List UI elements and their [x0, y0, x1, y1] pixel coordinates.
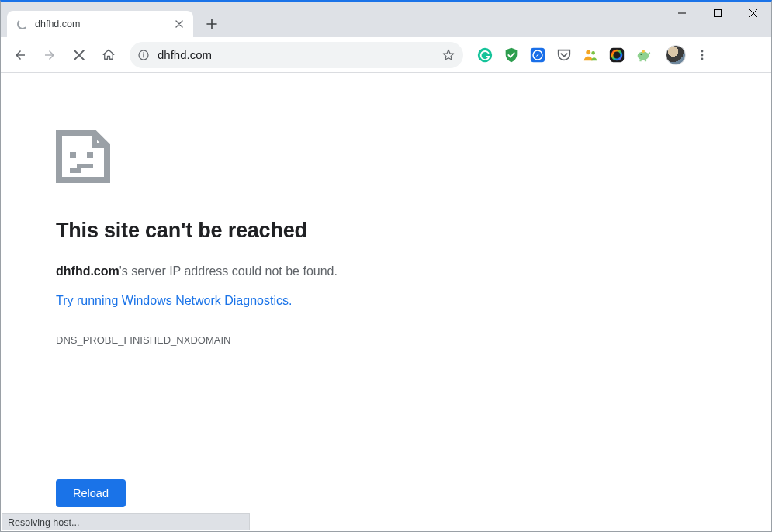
bookmark-star-icon[interactable]	[441, 48, 455, 62]
people-ext-icon[interactable]	[581, 46, 600, 64]
sad-page-icon	[56, 130, 770, 183]
svg-rect-14	[645, 59, 646, 61]
status-bar: Resolving host...	[2, 513, 250, 530]
address-bar[interactable]: dhfhd.com	[130, 42, 463, 68]
error-message: dhfhd.com's server IP address could not …	[56, 264, 770, 278]
window-minimize-button[interactable]	[664, 2, 700, 25]
svg-point-15	[642, 49, 645, 52]
color-ring-icon[interactable]	[608, 46, 626, 64]
svg-point-16	[701, 50, 704, 52]
svg-point-17	[701, 54, 704, 56]
home-button[interactable]	[95, 42, 122, 68]
error-title: This site can't be reached	[56, 219, 770, 243]
forward-button[interactable]	[36, 42, 63, 68]
loading-spinner-icon	[16, 18, 29, 30]
tab-close-button[interactable]	[173, 18, 185, 30]
extensions-row	[476, 46, 653, 64]
svg-point-2	[143, 52, 144, 54]
stop-button[interactable]	[66, 42, 92, 68]
compass-ext-icon[interactable]	[528, 46, 547, 64]
diagnostics-link[interactable]: Try running Windows Network Diagnostics	[56, 294, 289, 308]
svg-point-8	[591, 50, 595, 54]
tab-strip: dhfhd.com	[1, 2, 771, 37]
window-close-button[interactable]	[736, 2, 771, 25]
diagnostics-line: Try running Windows Network Diagnostics.	[56, 294, 770, 334]
svg-point-12	[640, 54, 642, 55]
chrome-menu-button[interactable]	[689, 42, 715, 68]
browser-window: dhfhd.com	[0, 0, 772, 532]
toolbar-divider	[659, 46, 659, 64]
error-message-suffix: 's server IP address could not be found.	[119, 264, 338, 278]
svg-point-11	[638, 51, 649, 60]
diagnostics-period: .	[289, 294, 292, 307]
grammarly-icon[interactable]	[476, 46, 494, 64]
svg-rect-0	[715, 10, 722, 17]
error-code: DNS_PROBE_FINISHED_NXDOMAIN	[56, 334, 770, 346]
pocket-icon[interactable]	[555, 46, 573, 64]
site-info-icon[interactable]	[137, 49, 150, 61]
svg-point-7	[586, 50, 590, 54]
window-maximize-button[interactable]	[700, 2, 736, 25]
profile-avatar[interactable]	[666, 45, 686, 65]
reload-button[interactable]: Reload	[56, 479, 126, 507]
window-controls	[664, 2, 771, 25]
svg-rect-19	[70, 152, 76, 158]
adguard-icon[interactable]	[502, 46, 521, 64]
url-text: dhfhd.com	[158, 48, 434, 61]
status-text: Resolving host...	[8, 517, 79, 528]
svg-rect-13	[639, 59, 641, 61]
error-domain: dhfhd.com	[56, 264, 119, 278]
tab-title: dhfhd.com	[35, 19, 167, 29]
page-content: This site can't be reached dhfhd.com's s…	[2, 74, 770, 530]
svg-rect-3	[143, 54, 144, 57]
back-button[interactable]	[7, 42, 33, 68]
piggy-ext-icon[interactable]	[634, 46, 653, 64]
browser-tab[interactable]: dhfhd.com	[7, 11, 193, 37]
svg-point-18	[701, 57, 704, 60]
toolbar: dhfhd.com	[1, 37, 771, 73]
new-tab-button[interactable]	[201, 13, 223, 35]
svg-rect-20	[87, 152, 93, 158]
